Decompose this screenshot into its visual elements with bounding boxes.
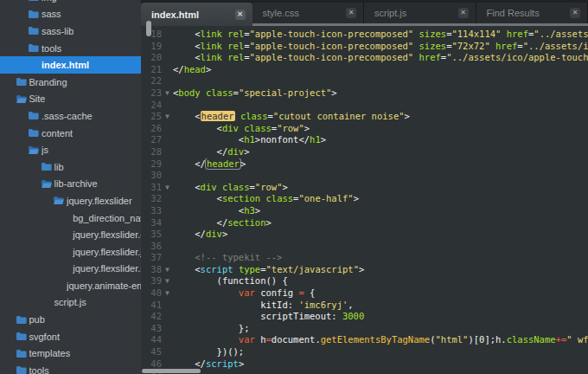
editor-horizontal-scrollbar-thumb[interactable] xyxy=(142,369,201,373)
line-number: 29 xyxy=(141,158,162,171)
code-line-38[interactable]: 38▼ <script type="text/javascript"> xyxy=(141,264,588,276)
code-line-27[interactable]: 27 <h1>nonfont</h1> xyxy=(141,134,588,146)
code-line-30[interactable]: 30 xyxy=(141,170,588,182)
code-line-29[interactable]: 29 </header> xyxy=(141,158,588,171)
sidebar-folder-content[interactable]: content xyxy=(0,125,141,142)
line-number: 33 xyxy=(141,205,162,217)
code-line-34[interactable]: 34 </section> xyxy=(141,217,588,229)
sidebar-folder-lib[interactable]: lib xyxy=(0,158,141,176)
code-line-45[interactable]: 45 })(); xyxy=(141,346,588,358)
code-line-37[interactable]: 37 <!-- typekit --> xyxy=(141,252,588,264)
fold-arrow-icon[interactable]: ▼ xyxy=(162,287,173,300)
code-line-43[interactable]: 43 }; xyxy=(141,323,588,335)
code-line-32[interactable]: 32 <section class="one-half"> xyxy=(141,193,588,205)
code-line-18[interactable]: 18 <link rel="apple-touch-icon-precompos… xyxy=(141,29,588,41)
sidebar-folder-pub[interactable]: pub xyxy=(0,311,141,328)
code-line-23[interactable]: 23▼<body class="special-project"> xyxy=(141,87,588,100)
code-line-24[interactable]: 24 xyxy=(141,100,588,112)
line-number: 21 xyxy=(141,64,162,76)
tab-find-results[interactable]: Find Results✕ xyxy=(476,3,588,23)
sidebar-folder-tools[interactable]: tools xyxy=(0,40,141,57)
code-line-19[interactable]: 19 <link rel="apple-touch-icon-precompos… xyxy=(141,41,588,53)
sidebar-folder-sass-lib[interactable]: sass-lib xyxy=(0,23,141,40)
code-text: var config = { xyxy=(173,287,588,300)
fold-arrow-icon[interactable]: ▼ xyxy=(162,87,173,100)
sidebar-item-label: jquery.flexslider xyxy=(67,196,132,206)
folder-icon xyxy=(28,10,39,19)
sidebar-item-label: sass xyxy=(42,9,61,19)
code-line-47[interactable]: 47 xyxy=(141,370,588,374)
sidebar-folder-Site[interactable]: Site xyxy=(0,91,141,108)
sidebar-file-jquery.flexslider.min.js[interactable]: jquery.flexslider.min.js xyxy=(0,261,141,278)
sidebar-folder-.sass-cache[interactable]: .sass-cache xyxy=(0,107,141,125)
fold-arrow-icon[interactable]: ▼ xyxy=(162,182,173,194)
code-line-20[interactable]: 20 <link rel="apple-touch-icon-precompos… xyxy=(141,52,588,64)
editor-window: imgsasssass-libtoolsindex.htmlBrandingSi… xyxy=(0,0,588,374)
sidebar-file-index.html[interactable]: index.html xyxy=(0,56,141,74)
code-text: </script> xyxy=(173,358,588,371)
code-line-44[interactable]: 44 var h=document.getElementsByTagName("… xyxy=(141,334,588,346)
fold-arrow-icon[interactable]: ▼ xyxy=(162,264,173,276)
sidebar-folder-tools[interactable]: tools xyxy=(0,362,141,374)
code-line-26[interactable]: 26 <div class="row"> xyxy=(141,123,588,135)
tab-bar: index.html✕style.css✕script.js✕Find Resu… xyxy=(141,0,588,26)
sidebar-file-bg_direction_nav.png[interactable]: bg_direction_nav.png xyxy=(0,210,141,227)
sidebar-scrollbar-thumb[interactable] xyxy=(146,21,151,36)
code-text: <link rel="apple-touch-icon-precomposed"… xyxy=(173,29,588,41)
code-line-39[interactable]: 39▼ (function() { xyxy=(141,275,588,287)
tab-script-js[interactable]: script.js✕ xyxy=(364,3,476,23)
tab-close-icon[interactable]: ✕ xyxy=(235,10,246,20)
sidebar-folder-templates[interactable]: templates xyxy=(0,345,141,362)
code-text xyxy=(173,75,588,87)
folder-icon xyxy=(28,111,39,120)
code-line-46[interactable]: 46 </script> xyxy=(141,358,588,371)
tab-close-icon[interactable]: ✕ xyxy=(570,8,580,18)
folder-icon xyxy=(28,0,39,2)
sidebar-folder-lib-archive[interactable]: lib-archive xyxy=(0,176,141,193)
fold-gutter-space xyxy=(162,323,173,335)
code-line-33[interactable]: 33 <h3> xyxy=(141,205,588,217)
folder-icon xyxy=(41,162,52,171)
code-text: </div> xyxy=(173,229,588,241)
code-line-28[interactable]: 28 </div> xyxy=(141,146,588,158)
sidebar-file-jquery.flexslider.js[interactable]: jquery.flexslider.js xyxy=(0,243,141,261)
sidebar-folder-sass[interactable]: sass xyxy=(0,6,141,23)
code-text: })(); xyxy=(173,346,588,358)
file-tree: imgsasssass-libtoolsindex.htmlBrandingSi… xyxy=(0,0,141,374)
sidebar-folder-img[interactable]: img xyxy=(0,0,141,6)
code-line-41[interactable]: 41 kitId: 'imc6ryj', xyxy=(141,300,588,312)
code-line-36[interactable]: 36 xyxy=(141,241,588,253)
sidebar-folder-jquery.flexslider[interactable]: jquery.flexslider xyxy=(0,192,141,210)
code-line-42[interactable]: 42 scriptTimeout: 3000 xyxy=(141,311,588,323)
code-line-21[interactable]: 21</head> xyxy=(141,64,588,76)
fold-gutter-space xyxy=(162,217,173,229)
fold-arrow-icon[interactable]: ▼ xyxy=(162,111,173,123)
sidebar-file-jquery.flexslider.css[interactable]: jquery.flexslider.css xyxy=(0,226,141,243)
code-line-40[interactable]: 40▼ var config = { xyxy=(141,287,588,300)
sidebar-folder-js[interactable]: js xyxy=(0,141,141,158)
fold-gutter-space xyxy=(162,52,173,64)
code-editor-surface[interactable]: 18 <link rel="apple-touch-icon-precompos… xyxy=(141,26,588,374)
folder-icon xyxy=(16,365,27,374)
code-text: </div> xyxy=(173,146,588,158)
tab-close-icon[interactable]: ✕ xyxy=(458,8,469,18)
tab-style-css[interactable]: style.css✕ xyxy=(252,3,365,23)
sidebar-folder-Branding[interactable]: Branding xyxy=(0,74,141,91)
code-text xyxy=(173,370,588,374)
folder-icon xyxy=(16,77,27,87)
sidebar-file-script.js[interactable]: script.js xyxy=(0,294,141,312)
sidebar-item-label: tools xyxy=(29,365,49,374)
line-number: 25 xyxy=(141,111,162,123)
tab-close-icon[interactable]: ✕ xyxy=(346,8,356,18)
code-line-35[interactable]: 35 </div> xyxy=(141,229,588,241)
fold-arrow-icon[interactable]: ▼ xyxy=(162,275,173,287)
line-number: 40 xyxy=(141,287,162,300)
code-line-25[interactable]: 25▼ <header class="cutout container nois… xyxy=(141,111,588,123)
code-line-22[interactable]: 22 xyxy=(141,75,588,87)
sidebar-file-jquery.animate-enhanced.js[interactable]: jquery.animate-enhanced.js xyxy=(0,277,141,294)
tab-index-html[interactable]: index.html✕ xyxy=(141,3,252,26)
code-line-31[interactable]: 31▼ <div class="row"> xyxy=(141,182,588,194)
line-number: 34 xyxy=(141,217,162,229)
sidebar-folder-svgfont[interactable]: svgfont xyxy=(0,328,141,345)
sidebar-item-label: svgfont xyxy=(29,332,60,342)
